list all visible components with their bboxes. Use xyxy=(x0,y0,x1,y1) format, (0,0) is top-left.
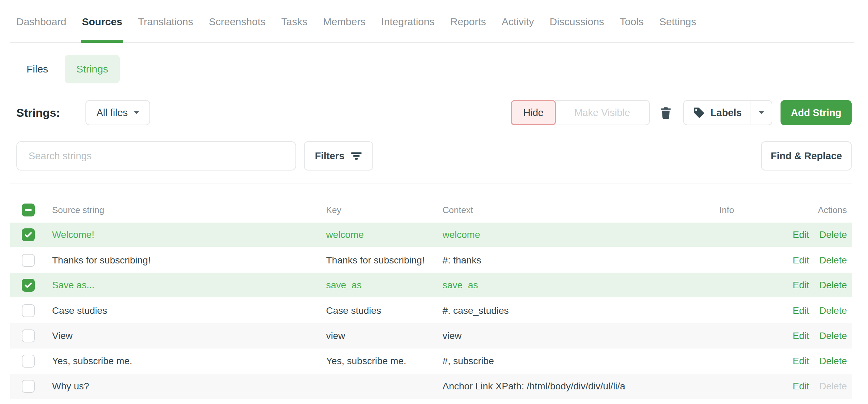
toolbar-left: Strings: All files xyxy=(16,100,150,125)
nav-item-sources[interactable]: Sources xyxy=(82,16,122,42)
edit-link[interactable]: Edit xyxy=(793,255,809,266)
column-header-actions: Actions xyxy=(768,205,852,215)
column-header-key: Key xyxy=(326,205,443,215)
edit-link[interactable]: Edit xyxy=(793,280,809,291)
table-row: Why us? Anchor Link XPath: /html/body/di… xyxy=(10,374,852,399)
actions-cell: Edit Delete xyxy=(768,305,852,316)
chevron-down-icon xyxy=(134,111,139,114)
table-row: Yes, subscribe me. Yes, subscribe me. #,… xyxy=(10,349,852,374)
row-checkbox[interactable] xyxy=(22,304,35,317)
context-cell: #: thanks xyxy=(443,255,686,266)
table-body: Welcome! welcome welcome Edit Delete Tha… xyxy=(10,223,852,399)
strings-table: Source string Key Context Info Actions W… xyxy=(10,197,852,399)
actions-cell: Edit Delete xyxy=(768,330,852,341)
source-string-cell: Welcome! xyxy=(52,229,326,240)
table-row: Welcome! welcome welcome Edit Delete xyxy=(10,223,852,248)
filters-button-label: Filters xyxy=(315,150,344,162)
tab-files[interactable]: Files xyxy=(16,63,58,75)
key-cell: Case studies xyxy=(326,305,443,316)
nav-item-activity[interactable]: Activity xyxy=(502,16,534,42)
nav-item-settings[interactable]: Settings xyxy=(659,16,696,42)
row-check-col xyxy=(10,304,52,317)
nav-list: DashboardSourcesTranslationsScreenshotsT… xyxy=(16,16,854,42)
nav-item-label: Reports xyxy=(450,16,486,27)
delete-link: Delete xyxy=(819,381,847,392)
row-check-col xyxy=(10,279,52,292)
context-cell: welcome xyxy=(443,229,686,240)
actions-cell: Edit Delete xyxy=(768,229,852,240)
nav-item-label: Members xyxy=(323,16,366,27)
nav-item-label: Tasks xyxy=(281,16,307,27)
context-cell: #, subscribe xyxy=(443,356,686,367)
edit-link[interactable]: Edit xyxy=(793,381,809,392)
actions-cell: Edit Delete xyxy=(768,381,852,392)
nav-item-dashboard[interactable]: Dashboard xyxy=(16,16,66,42)
header-check-col xyxy=(10,204,52,216)
delete-selected-button[interactable] xyxy=(657,103,675,122)
edit-link[interactable]: Edit xyxy=(793,330,809,341)
source-string-cell: Save as... xyxy=(52,280,326,291)
file-filter-value: All files xyxy=(96,107,128,118)
toolbar-right: Hide Make Visible Labels Add String xyxy=(511,100,852,125)
key-cell: view xyxy=(326,330,443,341)
key-cell: Yes, subscribe me. xyxy=(326,356,443,367)
nav-item-label: Dashboard xyxy=(16,16,66,27)
table-row: Thanks for subscribing! Thanks for subsc… xyxy=(10,248,852,273)
source-string-cell: View xyxy=(52,330,326,341)
filter-icon xyxy=(351,150,362,162)
delete-link[interactable]: Delete xyxy=(819,229,847,240)
filters-button[interactable]: Filters xyxy=(304,141,373,171)
nav-item-label: Sources xyxy=(82,16,122,27)
delete-link[interactable]: Delete xyxy=(819,305,847,316)
section-divider xyxy=(10,183,852,183)
nav-item-screenshots[interactable]: Screenshots xyxy=(209,16,266,42)
find-replace-button[interactable]: Find & Replace xyxy=(761,141,852,171)
nav-item-integrations[interactable]: Integrations xyxy=(381,16,435,42)
tab-strings[interactable]: Strings xyxy=(65,55,119,83)
delete-link[interactable]: Delete xyxy=(819,255,847,266)
labels-button[interactable]: Labels xyxy=(683,100,751,125)
nav-item-reports[interactable]: Reports xyxy=(450,16,486,42)
source-string-cell: Why us? xyxy=(52,381,326,392)
nav-item-label: Integrations xyxy=(381,16,435,27)
nav-item-tools[interactable]: Tools xyxy=(620,16,644,42)
search-input[interactable] xyxy=(16,141,296,171)
row-checkbox[interactable] xyxy=(22,228,35,241)
delete-link[interactable]: Delete xyxy=(819,356,847,367)
row-checkbox[interactable] xyxy=(22,355,35,368)
delete-link[interactable]: Delete xyxy=(819,330,847,341)
delete-link[interactable]: Delete xyxy=(819,280,847,291)
tag-icon xyxy=(693,107,705,119)
nav-item-discussions[interactable]: Discussions xyxy=(550,16,604,42)
labels-button-label: Labels xyxy=(710,107,742,118)
context-cell: #. case_studies xyxy=(443,305,686,316)
check-icon xyxy=(24,281,33,290)
context-cell: Anchor Link XPath: /html/body/div/div/ul… xyxy=(443,381,686,392)
add-string-button[interactable]: Add String xyxy=(781,100,852,125)
nav-item-tasks[interactable]: Tasks xyxy=(281,16,307,42)
labels-dropdown-button[interactable] xyxy=(751,100,772,125)
page-title: Strings: xyxy=(16,106,60,119)
file-filter-dropdown[interactable]: All files xyxy=(85,100,150,125)
select-all-checkbox[interactable] xyxy=(22,204,35,216)
nav-item-members[interactable]: Members xyxy=(323,16,366,42)
nav-item-translations[interactable]: Translations xyxy=(138,16,193,42)
source-string-cell: Thanks for subscribing! xyxy=(52,255,326,266)
row-checkbox[interactable] xyxy=(22,279,35,292)
row-checkbox[interactable] xyxy=(22,380,35,393)
hide-button[interactable]: Hide xyxy=(511,100,556,125)
row-checkbox[interactable] xyxy=(22,254,35,267)
row-check-col xyxy=(10,254,52,267)
edit-link[interactable]: Edit xyxy=(793,229,809,240)
column-header-info: Info xyxy=(686,205,768,215)
indeterminate-icon xyxy=(25,209,32,211)
edit-link[interactable]: Edit xyxy=(793,356,809,367)
row-checkbox[interactable] xyxy=(22,329,35,342)
edit-link[interactable]: Edit xyxy=(793,305,809,316)
table-row: View view view Edit Delete xyxy=(10,323,852,349)
row-check-col xyxy=(10,380,52,393)
make-visible-button: Make Visible xyxy=(555,100,650,125)
actions-cell: Edit Delete xyxy=(768,255,852,266)
source-view-tabs: Files Strings xyxy=(16,55,852,83)
column-header-source-string: Source string xyxy=(52,205,326,215)
